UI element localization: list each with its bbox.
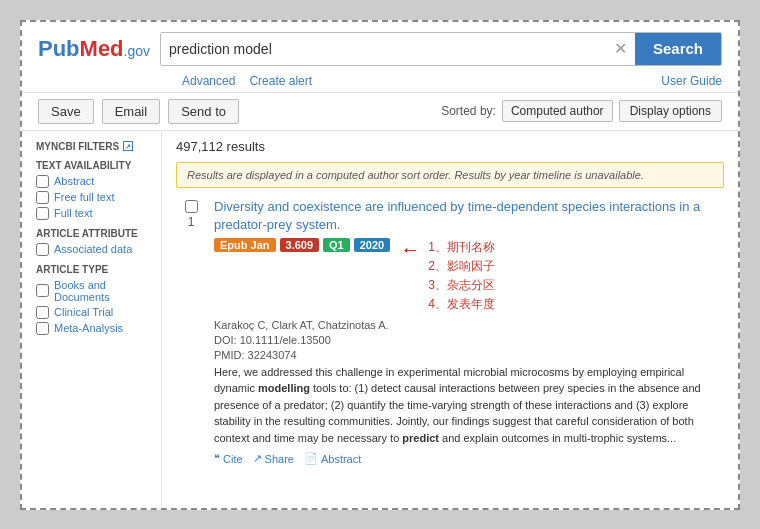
logo-gov: .gov	[124, 43, 150, 59]
article-doi: DOI: 10.1111/ele.13500	[214, 334, 724, 346]
article-actions: ❝ Cite ↗ Share 📄 Abstract	[214, 452, 724, 465]
myncbi-filters-title: MYNCBI FILTERS ↗	[36, 141, 151, 152]
clinical-trial-label[interactable]: Clinical Trial	[54, 306, 113, 318]
annotation-1: 1、期刊名称	[428, 238, 495, 257]
search-clear-button[interactable]: ✕	[606, 33, 635, 65]
full-text-checkbox[interactable]	[36, 207, 49, 220]
books-documents-label[interactable]: Books and Documents	[54, 279, 151, 303]
main-content: 497,112 results Results are displayed in…	[162, 131, 738, 507]
meta-analysis-checkbox[interactable]	[36, 322, 49, 335]
create-alert-link[interactable]: Create alert	[249, 74, 312, 88]
search-button[interactable]: Search	[635, 33, 721, 65]
filter-clinical-trial: Clinical Trial	[36, 306, 151, 319]
article-body: Diversity and coexistence are influenced…	[214, 198, 724, 466]
article-pmid: PMID: 32243074	[214, 349, 724, 361]
badges-and-annotation: Epub Jan 3.609 Q1 2020 ← 1、期刊名称 2、影响因子 3…	[214, 238, 724, 315]
annotation-4: 4、发表年度	[428, 295, 495, 314]
meta-analysis-label[interactable]: Meta-Analysis	[54, 322, 123, 334]
article-badges: Epub Jan 3.609 Q1 2020	[214, 238, 390, 252]
filter-full-text: Full text	[36, 207, 151, 220]
pubmed-logo: PubMed.gov	[38, 36, 150, 62]
user-guide-link[interactable]: User Guide	[661, 74, 722, 88]
doc-icon: 📄	[304, 452, 318, 465]
article-authors: Karakoç C, Clark AT, Chatzinotas A.	[214, 319, 724, 331]
free-full-text-label[interactable]: Free full text	[54, 191, 115, 203]
article-title[interactable]: Diversity and coexistence are influenced…	[214, 198, 724, 234]
logo-med: Med	[80, 36, 124, 61]
email-button[interactable]: Email	[102, 99, 161, 124]
sorted-by-label: Sorted by:	[441, 104, 496, 118]
sorted-by: Sorted by: Computed author Display optio…	[441, 100, 722, 122]
arrow-annotation: ← 1、期刊名称 2、影响因子 3、杂志分区 4、发表年度	[396, 238, 495, 315]
badge-epub: Epub Jan	[214, 238, 276, 252]
quote-icon: ❝	[214, 452, 220, 465]
annotation-list: 1、期刊名称 2、影响因子 3、杂志分区 4、发表年度	[428, 238, 495, 315]
badge-journal: 3.609	[280, 238, 320, 252]
article-abstract: Here, we addressed this challenge in exp…	[214, 364, 724, 447]
display-options-button[interactable]: Display options	[619, 100, 722, 122]
annotation-2: 2、影响因子	[428, 257, 495, 276]
toolbar: Save Email Send to Sorted by: Computed a…	[22, 92, 738, 131]
share-action[interactable]: ↗ Share	[253, 452, 294, 465]
filter-meta-analysis: Meta-Analysis	[36, 322, 151, 335]
cite-label[interactable]: Cite	[223, 453, 243, 465]
notice-banner: Results are displayed in a computed auth…	[176, 162, 724, 188]
abstract-checkbox[interactable]	[36, 175, 49, 188]
send-to-button[interactable]: Send to	[168, 99, 239, 124]
sidebar: MYNCBI FILTERS ↗ TEXT AVAILABILITY Abstr…	[22, 131, 162, 507]
results-count: 497,112 results	[176, 139, 724, 154]
filter-abstract: Abstract	[36, 175, 151, 188]
annotation-3: 3、杂志分区	[428, 276, 495, 295]
article-item: 1 Diversity and coexistence are influenc…	[176, 198, 724, 466]
sorted-by-value-button[interactable]: Computed author	[502, 100, 613, 122]
associated-data-label[interactable]: Associated data	[54, 243, 132, 255]
article-checkbox[interactable]	[185, 200, 198, 213]
share-icon: ↗	[253, 452, 262, 465]
filter-free-full-text: Free full text	[36, 191, 151, 204]
full-text-label[interactable]: Full text	[54, 207, 93, 219]
badge-year: 2020	[354, 238, 390, 252]
bold-predict: predict	[402, 432, 439, 444]
clinical-trial-checkbox[interactable]	[36, 306, 49, 319]
search-bar: ✕ Search	[160, 32, 722, 66]
badge-q1: Q1	[323, 238, 350, 252]
abstract-label[interactable]: Abstract	[321, 453, 361, 465]
filter-books-documents: Books and Documents	[36, 279, 151, 303]
red-arrow-icon: ←	[400, 238, 420, 261]
article-number-col: 1	[176, 198, 206, 466]
save-button[interactable]: Save	[38, 99, 94, 124]
body-layout: MYNCBI FILTERS ↗ TEXT AVAILABILITY Abstr…	[22, 131, 738, 507]
books-documents-checkbox[interactable]	[36, 284, 49, 297]
sub-links: Advanced Create alert User Guide	[22, 72, 738, 92]
bold-modelling: modelling	[258, 382, 310, 394]
text-availability-title: TEXT AVAILABILITY	[36, 160, 151, 171]
free-full-text-checkbox[interactable]	[36, 191, 49, 204]
external-link-icon: ↗	[123, 141, 133, 151]
abstract-action[interactable]: 📄 Abstract	[304, 452, 361, 465]
article-type-title: ARTICLE TYPE	[36, 264, 151, 275]
associated-data-checkbox[interactable]	[36, 243, 49, 256]
article-number: 1	[188, 215, 195, 229]
logo-pub: Pub	[38, 36, 80, 61]
filter-associated-data: Associated data	[36, 243, 151, 256]
cite-action[interactable]: ❝ Cite	[214, 452, 243, 465]
search-input[interactable]	[161, 33, 606, 65]
header: PubMed.gov ✕ Search	[22, 22, 738, 72]
share-label[interactable]: Share	[265, 453, 294, 465]
abstract-label[interactable]: Abstract	[54, 175, 94, 187]
article-attribute-title: ARTICLE ATTRIBUTE	[36, 228, 151, 239]
advanced-link[interactable]: Advanced	[182, 74, 235, 88]
